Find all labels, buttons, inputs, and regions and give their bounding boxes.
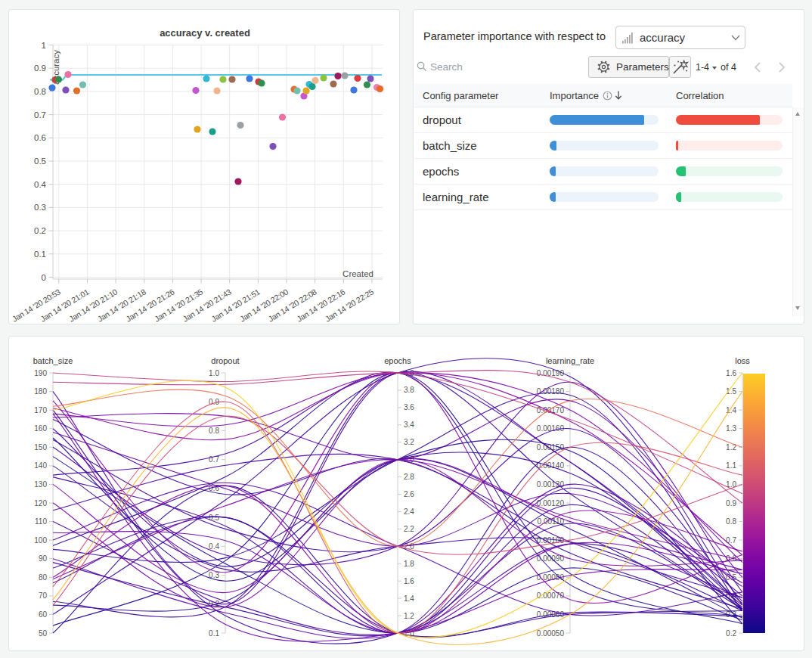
svg-text:0: 0	[42, 273, 46, 282]
svg-text:Jan 14 '20 21:35: Jan 14 '20 21:35	[153, 287, 204, 323]
svg-text:0.9: 0.9	[726, 499, 736, 507]
svg-text:3.8: 3.8	[404, 386, 414, 394]
svg-text:0.2: 0.2	[726, 629, 736, 638]
svg-text:0.8: 0.8	[34, 87, 46, 96]
svg-text:1.5: 1.5	[726, 387, 736, 396]
svg-text:70: 70	[39, 591, 48, 600]
svg-text:0.4: 0.4	[209, 542, 219, 551]
svg-text:Jan 14 '20 22:00: Jan 14 '20 22:00	[238, 287, 290, 323]
svg-text:0.5: 0.5	[34, 157, 46, 166]
svg-text:110: 110	[35, 517, 47, 526]
svg-text:150: 150	[34, 443, 47, 452]
svg-text:Jan 14 '20 21:10: Jan 14 '20 21:10	[67, 287, 119, 323]
svg-text:1.2: 1.2	[404, 612, 414, 620]
svg-text:1.0: 1.0	[209, 369, 219, 377]
svg-text:180: 180	[34, 387, 47, 396]
svg-text:1.6: 1.6	[726, 369, 736, 377]
svg-text:0.9: 0.9	[34, 64, 46, 73]
svg-text:90: 90	[39, 554, 48, 563]
svg-text:0.00050: 0.00050	[537, 629, 565, 638]
svg-text:Jan 14 '20 22:08: Jan 14 '20 22:08	[267, 287, 318, 323]
svg-text:2.8: 2.8	[404, 473, 414, 481]
svg-text:3.6: 3.6	[404, 403, 414, 411]
svg-text:0.1: 0.1	[34, 250, 46, 259]
svg-text:160: 160	[34, 424, 47, 433]
svg-text:0.2: 0.2	[34, 226, 46, 235]
svg-text:Jan 14 '20 21:26: Jan 14 '20 21:26	[124, 287, 175, 323]
svg-text:0.1: 0.1	[209, 629, 219, 638]
svg-text:1: 1	[42, 41, 46, 50]
svg-text:140: 140	[34, 461, 47, 470]
svg-text:Jan 14 '20 21:43: Jan 14 '20 21:43	[181, 287, 233, 323]
svg-text:0.8: 0.8	[726, 517, 736, 526]
svg-text:3.2: 3.2	[404, 438, 414, 446]
svg-text:0.00140: 0.00140	[537, 461, 565, 470]
svg-text:0.5: 0.5	[726, 573, 736, 582]
svg-text:Jan 14 '20 22:25: Jan 14 '20 22:25	[324, 287, 375, 323]
svg-text:dropout: dropout	[211, 356, 239, 365]
svg-text:1.1: 1.1	[726, 461, 736, 470]
svg-text:Created: Created	[342, 269, 373, 278]
svg-text:epochs: epochs	[384, 356, 411, 365]
svg-text:0.6: 0.6	[34, 133, 46, 142]
svg-text:170: 170	[34, 406, 47, 414]
svg-text:2.4: 2.4	[404, 507, 414, 516]
svg-text:1.4: 1.4	[404, 594, 414, 603]
svg-text:2.2: 2.2	[404, 525, 414, 533]
svg-text:0.00180: 0.00180	[537, 387, 565, 396]
svg-text:Jan 14 '20 21:18: Jan 14 '20 21:18	[96, 287, 147, 323]
svg-text:0.7: 0.7	[34, 110, 46, 119]
svg-text:0.00130: 0.00130	[537, 480, 565, 489]
svg-text:80: 80	[39, 573, 48, 582]
svg-text:loss: loss	[735, 356, 750, 365]
svg-text:1.6: 1.6	[404, 577, 414, 585]
svg-text:0.3: 0.3	[34, 203, 46, 212]
svg-text:0.00190: 0.00190	[537, 369, 565, 377]
svg-text:Jan 14 '20 21:51: Jan 14 '20 21:51	[209, 287, 261, 323]
svg-text:Jan 14 '20 20:53: Jan 14 '20 20:53	[11, 287, 62, 323]
svg-text:1.3: 1.3	[726, 424, 736, 433]
svg-text:1.8: 1.8	[404, 560, 414, 568]
svg-text:3.4: 3.4	[404, 421, 414, 429]
svg-text:2.6: 2.6	[404, 490, 414, 498]
svg-text:50: 50	[39, 629, 48, 638]
svg-text:Jan 14 '20 21:01: Jan 14 '20 21:01	[39, 287, 90, 323]
svg-text:100: 100	[34, 536, 47, 545]
svg-text:130: 130	[34, 480, 47, 489]
svg-text:0.8: 0.8	[209, 427, 219, 435]
svg-text:learning_rate: learning_rate	[546, 356, 594, 365]
svg-text:batch_size: batch_size	[33, 356, 73, 365]
svg-text:120: 120	[34, 499, 47, 507]
svg-text:Jan 14 '20 22:16: Jan 14 '20 22:16	[295, 287, 346, 323]
svg-text:60: 60	[39, 610, 48, 619]
svg-text:190: 190	[34, 369, 47, 377]
svg-text:accuracy v. created: accuracy v. created	[160, 27, 250, 39]
svg-text:0.4: 0.4	[34, 180, 47, 189]
